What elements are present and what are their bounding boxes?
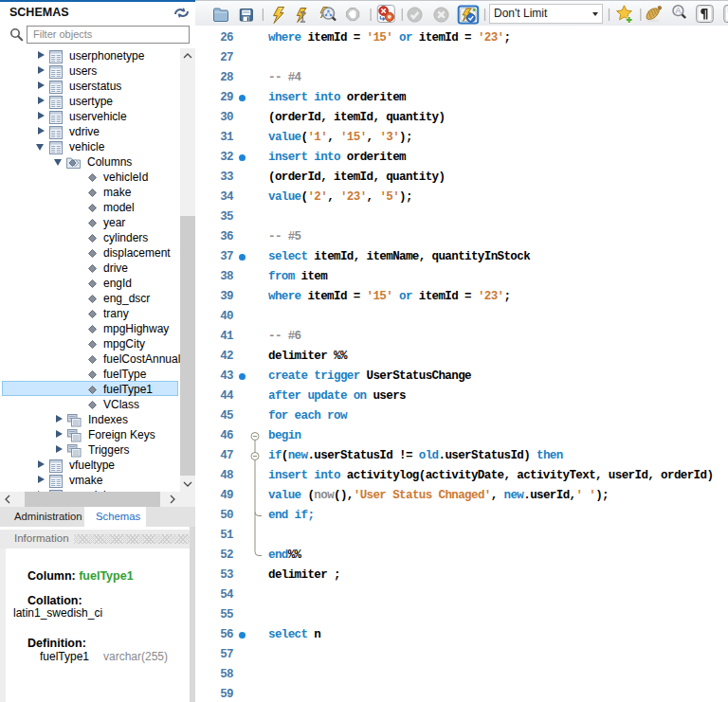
- svg-text:A: A: [676, 6, 682, 15]
